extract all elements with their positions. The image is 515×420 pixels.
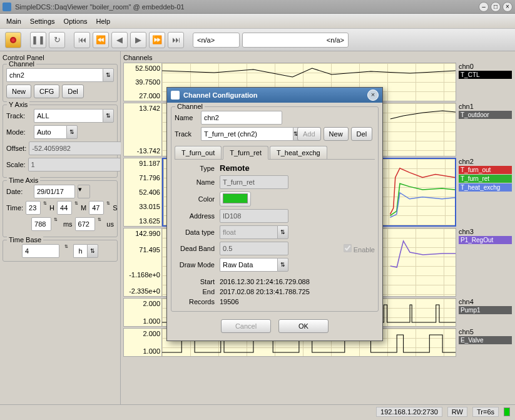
channel-select[interactable]: ⇅	[6, 68, 114, 82]
cfg-channel-button[interactable]: CFG	[34, 85, 59, 98]
window-title: SimpleDCS::DaqViewer "boiler_room" @ emb…	[15, 3, 185, 11]
yaxis-ticks: 13.742-13.742	[123, 103, 162, 156]
menu-help[interactable]: Help	[96, 18, 111, 25]
dlg-add-button: Add	[297, 127, 321, 141]
yaxis-ticks: 91.18771.79652.40633.01513.625	[123, 158, 162, 227]
status-led-icon	[504, 407, 510, 416]
channel-name: chn1	[459, 103, 512, 110]
timebase-unit[interactable]: h⇅	[73, 244, 98, 258]
toolbar: ❚❚ ↻ ⏮ ⏪ ◀ ▶ ⏩ ⏭ <n/a> <n/a>	[0, 29, 515, 51]
chevron-down-icon[interactable]: ⇅	[66, 125, 78, 139]
track-name-input	[220, 175, 288, 189]
color-button[interactable]	[220, 192, 251, 207]
offset-input	[29, 141, 121, 155]
channel-group: Channel ⇅ New CFG Del	[3, 64, 118, 102]
play-button[interactable]: ▶	[130, 32, 146, 48]
yaxis-ticks: 52.500039.750027.000	[123, 63, 162, 101]
status-tr: Tr=6s	[472, 407, 499, 417]
hour-input[interactable]	[26, 201, 41, 215]
dlg-name-input[interactable]	[201, 111, 282, 125]
chevron-down-icon: ⇅	[277, 225, 288, 239]
yaxis-ticks: 142.99071.495-1.168e+0-2.335e+0	[123, 228, 162, 297]
drawmode-select[interactable]: Raw Data⇅	[220, 258, 288, 272]
deadband-input	[220, 242, 288, 255]
timebase-input[interactable]	[22, 244, 59, 258]
date-picker-button[interactable]: ▾	[78, 185, 90, 198]
dlg-track-select[interactable]: ⇅	[201, 127, 293, 141]
track-label[interactable]: T_heat_exchg	[459, 183, 512, 192]
chevron-down-icon[interactable]: ⇅	[103, 68, 114, 82]
tab-t-furn-ret[interactable]: T_furn_ret	[223, 146, 268, 160]
second-input[interactable]	[89, 201, 104, 215]
maximize-button[interactable]: □	[491, 2, 501, 12]
new-channel-button[interactable]: New	[6, 85, 31, 98]
dlg-del-button[interactable]: Del	[351, 127, 373, 141]
del-channel-button[interactable]: Del	[62, 85, 84, 98]
next-button[interactable]: ⏩	[149, 32, 165, 48]
channel-info: chn3P1_RegOut	[456, 228, 512, 297]
chevron-down-icon[interactable]: ⇅	[103, 109, 114, 123]
yaxis-group: Y Axis Track: ALL⇅ Mode: Auto⇅ Offset: S…	[3, 105, 118, 178]
minimize-button[interactable]: –	[479, 2, 489, 12]
reload-button[interactable]: ↻	[49, 32, 65, 48]
status-address: 192.168.1.20:2730	[376, 407, 442, 417]
last-button[interactable]: ⏭	[168, 32, 184, 48]
ms-input[interactable]	[31, 217, 51, 231]
channel-info: chn5E_Valve	[456, 328, 512, 357]
toolbar-field-2[interactable]: <n/a>	[242, 33, 349, 48]
timeaxis-group: Time Axis Date: ▾ Time: ⇅ H ⇅ M ⇅ S ⇅ ms…	[3, 180, 118, 237]
channel-config-dialog: Channel Configuration × Channel Name Tra…	[166, 87, 383, 341]
previous-button[interactable]: ⏪	[93, 32, 109, 48]
menu-settings[interactable]: Settings	[30, 18, 55, 25]
dlg-new-button[interactable]: New	[324, 127, 349, 141]
us-input[interactable]	[75, 217, 95, 231]
menubar: Main Settings Options Help	[0, 14, 515, 29]
yaxis-ticks: 2.0001.000	[123, 298, 162, 327]
color-swatch-icon	[223, 193, 248, 203]
tab-t-heat-exchg[interactable]: T_heat_exchg	[270, 146, 327, 159]
channels-title: Channels	[123, 54, 512, 61]
start-value: 2016.12.30 21:24:16.729.088	[220, 278, 310, 285]
date-input[interactable]	[34, 185, 75, 198]
dialog-icon	[171, 91, 180, 100]
records-value: 19506	[220, 298, 239, 305]
dialog-close-button[interactable]: ×	[367, 90, 379, 101]
minute-input[interactable]	[57, 201, 72, 215]
track-label[interactable]: E_Valve	[459, 336, 512, 344]
dialog-titlebar[interactable]: Channel Configuration ×	[167, 88, 382, 103]
type-value: Remote	[220, 163, 250, 173]
control-panel: Control Panel Channel ⇅ New CFG Del Y Ax…	[0, 51, 121, 404]
mode-select[interactable]: Auto⇅	[34, 125, 78, 139]
tab-t-furn-out[interactable]: T_furn_out	[175, 146, 222, 159]
track-label[interactable]: T_outdoor	[459, 111, 512, 119]
back-button[interactable]: ◀	[111, 32, 128, 48]
track-label[interactable]: T_CTL	[459, 71, 512, 79]
track-select[interactable]: ALL⇅	[34, 109, 114, 123]
ok-button[interactable]: OK	[278, 319, 329, 333]
dialog-title-text: Channel Configuration	[183, 91, 258, 99]
track-tabs: T_furn_out T_furn_ret T_heat_exchg	[175, 146, 375, 160]
record-button[interactable]	[5, 32, 21, 48]
track-label[interactable]: Pump1	[459, 306, 512, 314]
chevron-down-icon[interactable]: ⇅	[87, 244, 98, 258]
chevron-down-icon[interactable]: ⇅	[277, 258, 288, 272]
track-label[interactable]: T_furn_out	[459, 166, 512, 174]
channel-name: chn3	[459, 228, 512, 235]
first-button[interactable]: ⏮	[74, 32, 90, 48]
channel-info: chn0T_CTL	[456, 63, 512, 101]
channel-name: chn0	[459, 63, 512, 70]
pause-button[interactable]: ❚❚	[30, 32, 46, 48]
channel-info: chn2T_furn_outT_furn_retT_heat_exchg	[456, 158, 512, 227]
toolbar-field-1[interactable]: <n/a>	[193, 33, 240, 48]
menu-options[interactable]: Options	[64, 18, 88, 25]
statusbar: 192.168.1.20:2730 RW Tr=6s	[0, 404, 515, 419]
channel-name: chn4	[459, 298, 512, 305]
channel-name: chn2	[459, 158, 512, 165]
track-label[interactable]: T_furn_ret	[459, 175, 512, 183]
window-titlebar: SimpleDCS::DaqViewer "boiler_room" @ emb…	[0, 0, 515, 14]
channel-info: chn4Pump1	[456, 298, 512, 327]
track-label[interactable]: P1_RegOut	[459, 236, 512, 244]
close-button[interactable]: ×	[502, 2, 512, 12]
address-input	[220, 209, 288, 223]
menu-main[interactable]: Main	[6, 18, 21, 25]
